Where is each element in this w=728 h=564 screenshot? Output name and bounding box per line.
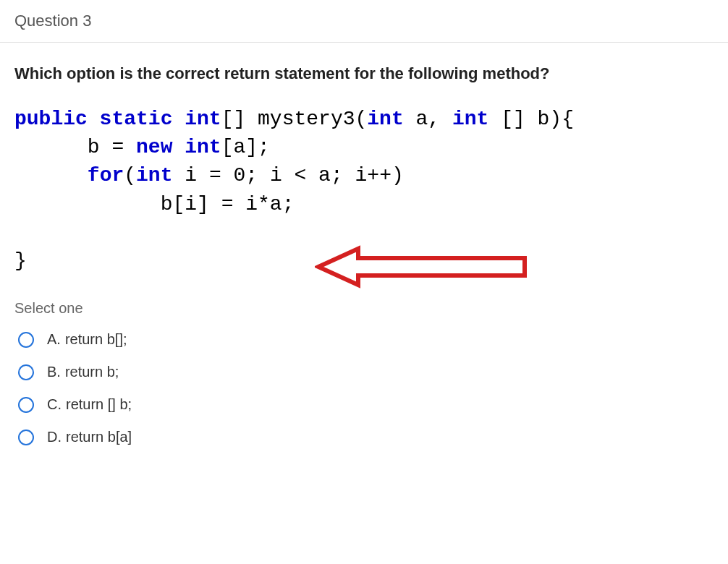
code-text: b =: [14, 136, 136, 158]
code-kw: public static int: [14, 108, 221, 130]
option-d[interactable]: D.return b[a]: [18, 429, 714, 445]
code-kw: new int: [136, 136, 221, 158]
select-one-label: Select one: [14, 300, 714, 317]
code-block: public static int[] mystery3(int a, int …: [14, 105, 714, 275]
code-text: a,: [404, 108, 452, 130]
code-text: [a];: [221, 136, 270, 158]
radio-icon[interactable]: [18, 430, 34, 445]
question-number: Question 3: [14, 12, 91, 30]
code-text: [14, 164, 88, 187]
radio-icon[interactable]: [18, 397, 34, 413]
radio-icon[interactable]: [18, 364, 34, 380]
code-text: b[i] = i*a;: [14, 193, 294, 215]
option-label: B.return b;: [47, 364, 119, 380]
option-letter: D.: [47, 429, 62, 445]
options-list: A.return b[]; B.return b; C.return [] b;…: [14, 331, 714, 445]
option-text: return b[a]: [66, 429, 132, 445]
code-kw: int: [452, 108, 488, 130]
option-letter: C.: [47, 396, 62, 412]
option-a[interactable]: A.return b[];: [18, 331, 714, 348]
option-text: return b;: [65, 364, 119, 380]
option-c[interactable]: C.return [] b;: [18, 396, 714, 413]
question-body: Which option is the correct return state…: [0, 43, 728, 476]
code-kw: for: [88, 164, 124, 187]
option-letter: B.: [47, 364, 61, 380]
code-text: [] mystery3(: [221, 108, 368, 130]
question-header: Question 3: [0, 0, 728, 43]
option-text: return b[];: [65, 331, 127, 347]
code-text: (: [124, 164, 136, 187]
arrow-icon: [315, 217, 532, 297]
option-label: A.return b[];: [47, 331, 127, 348]
code-kw: int: [367, 108, 403, 130]
option-letter: A.: [47, 331, 61, 347]
option-b[interactable]: B.return b;: [18, 364, 714, 380]
radio-icon[interactable]: [18, 332, 34, 348]
code-text: [] b){: [488, 108, 574, 130]
code-text: i = 0; i < a; i++): [172, 164, 403, 187]
question-prompt: Which option is the correct return state…: [14, 64, 714, 83]
option-label: D.return b[a]: [47, 429, 132, 445]
option-text: return [] b;: [66, 396, 132, 412]
code-kw: int: [136, 164, 172, 187]
code-text: }: [14, 249, 27, 272]
option-label: C.return [] b;: [47, 396, 132, 413]
